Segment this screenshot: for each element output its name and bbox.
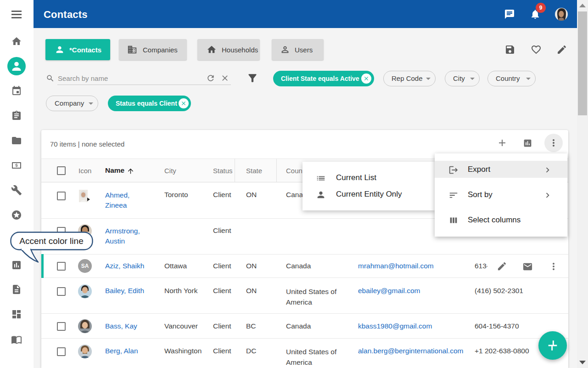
svg-text:Accent color line: Accent color line: [19, 236, 83, 246]
